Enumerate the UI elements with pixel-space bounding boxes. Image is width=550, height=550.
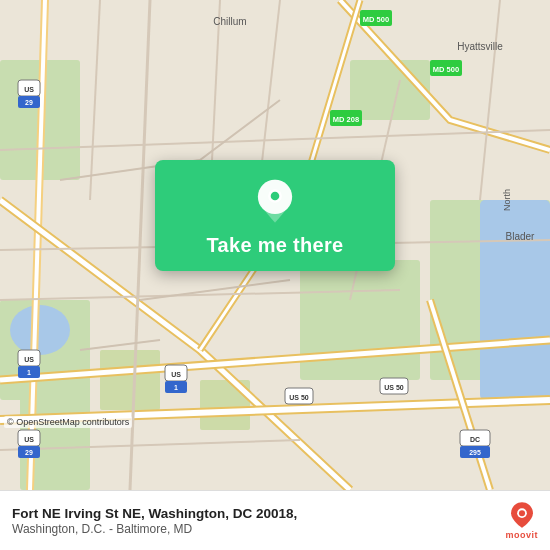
location-pin-icon (251, 178, 299, 226)
svg-rect-8 (100, 350, 160, 410)
svg-text:Hyattsville: Hyattsville (457, 41, 503, 52)
svg-text:US: US (24, 356, 34, 363)
svg-text:295: 295 (469, 449, 481, 456)
take-me-there-label: Take me there (207, 234, 344, 257)
bottom-text: Fort NE Irving St NE, Washington, DC 200… (12, 505, 495, 537)
svg-point-10 (10, 305, 70, 355)
osm-attribution: © OpenStreetMap contributors (4, 416, 132, 428)
moovit-pin-icon (508, 501, 536, 529)
take-me-there-button[interactable]: Take me there (155, 160, 395, 271)
svg-text:US: US (24, 436, 34, 443)
map-container: US 29 US 1 US 1 US 50 US 50 MD 500 MD 50… (0, 0, 550, 490)
svg-text:US: US (24, 86, 34, 93)
svg-text:US 50: US 50 (384, 384, 404, 391)
svg-text:North: North (502, 189, 512, 211)
svg-text:MD 500: MD 500 (433, 65, 459, 74)
moovit-logo: moovit (505, 501, 538, 540)
bottom-bar: Fort NE Irving St NE, Washington, DC 200… (0, 490, 550, 550)
svg-point-48 (271, 192, 280, 201)
location-title: Fort NE Irving St NE, Washington, DC 200… (12, 505, 495, 523)
location-subtitle: Washington, D.C. - Baltimore, MD (12, 522, 495, 536)
svg-text:DC: DC (470, 436, 480, 443)
svg-text:1: 1 (174, 384, 178, 391)
svg-text:29: 29 (25, 449, 33, 456)
osm-text: © OpenStreetMap contributors (7, 417, 129, 427)
svg-text:Blader: Blader (506, 231, 536, 242)
svg-text:1: 1 (27, 369, 31, 376)
svg-text:US 50: US 50 (289, 394, 309, 401)
svg-text:US: US (171, 371, 181, 378)
svg-rect-11 (480, 200, 550, 400)
svg-text:MD 208: MD 208 (333, 115, 359, 124)
svg-text:29: 29 (25, 99, 33, 106)
moovit-brand-text: moovit (505, 530, 538, 540)
svg-text:Chillum: Chillum (213, 16, 246, 27)
svg-rect-5 (300, 260, 420, 380)
svg-point-50 (519, 510, 525, 516)
svg-text:MD 500: MD 500 (363, 15, 389, 24)
